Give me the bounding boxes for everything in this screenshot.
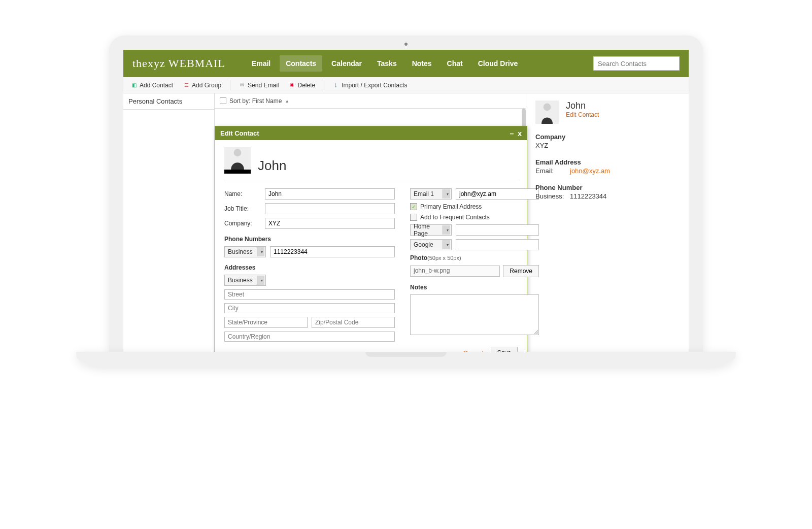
frequent-contacts-checkbox[interactable]: [410, 214, 417, 221]
phone-type-select[interactable]: Business▾: [224, 246, 266, 257]
sort-ascending-icon: ▲: [285, 98, 289, 104]
detail-phone-value: 1112223344: [570, 192, 606, 200]
primary-email-label: Primary Email Address: [420, 203, 482, 210]
send-email-button[interactable]: ✉ Send Email: [235, 80, 282, 90]
name-field[interactable]: [265, 188, 395, 200]
nav: Email Contacts Calendar Tasks Notes Chat…: [246, 55, 524, 72]
svg-point-1: [544, 104, 551, 111]
add-contact-label: Add Contact: [140, 82, 173, 89]
import-icon: ⭳: [332, 82, 340, 89]
search-input[interactable]: [593, 56, 680, 71]
contact-display-name: John: [258, 158, 286, 174]
detail-phone-section: Phone Number: [535, 184, 682, 191]
photo-hint: (50px x 50px): [427, 255, 461, 261]
send-email-label: Send Email: [248, 82, 279, 89]
phone-value-field[interactable]: [270, 246, 395, 257]
detail-email-section: Email Address: [535, 158, 682, 166]
delete-icon: ✖: [288, 82, 295, 89]
street-field[interactable]: [224, 289, 395, 300]
nav-contacts[interactable]: Contacts: [280, 55, 322, 72]
name-label: Name:: [224, 190, 261, 197]
detail-company-value: XYZ: [535, 142, 682, 149]
company-label: Company:: [224, 220, 261, 227]
personal-contacts-header[interactable]: Personal Contacts: [123, 93, 214, 110]
edit-contact-modal: Edit Contact – x John: [215, 126, 527, 352]
web-type-2-select[interactable]: Google▾: [410, 239, 452, 250]
job-title-field[interactable]: [265, 203, 395, 214]
detail-company-label: Company: [535, 133, 682, 141]
edit-contact-link[interactable]: Edit Contact: [566, 111, 599, 118]
close-button[interactable]: x: [518, 130, 522, 137]
contact-list-panel: Sort by: First Name ▲ Edit Contact – x: [215, 93, 526, 352]
photo-file-field[interactable]: john_b-w.png: [410, 266, 500, 277]
toolbar-separator: [324, 80, 324, 90]
nav-cloud-drive[interactable]: Cloud Drive: [472, 55, 524, 72]
import-export-label: Import / Export Contacts: [342, 82, 407, 89]
city-field[interactable]: [224, 303, 395, 313]
primary-email-checkbox[interactable]: ✓: [410, 203, 417, 210]
company-field[interactable]: [265, 218, 395, 229]
nav-notes[interactable]: Notes: [406, 55, 438, 72]
job-title-label: Job Title:: [224, 205, 261, 212]
address-type-select[interactable]: Business▾: [224, 275, 266, 286]
state-field[interactable]: [224, 317, 308, 328]
zip-field[interactable]: [312, 317, 395, 328]
nav-chat[interactable]: Chat: [441, 55, 469, 72]
detail-phone-label: Business:: [535, 192, 566, 200]
add-contact-icon: ◧: [130, 82, 138, 89]
select-all-checkbox[interactable]: [220, 97, 226, 104]
country-field[interactable]: [224, 332, 395, 342]
detail-email-value[interactable]: john@xyz.am: [570, 167, 610, 175]
delete-button[interactable]: ✖ Delete: [285, 80, 319, 90]
minimize-button[interactable]: –: [510, 130, 514, 137]
modal-titlebar[interactable]: Edit Contact – x: [215, 126, 527, 140]
phone-numbers-heading: Phone Numbers: [224, 236, 395, 243]
nav-calendar[interactable]: Calendar: [325, 55, 368, 72]
left-panel: Personal Contacts: [123, 93, 215, 352]
notes-field[interactable]: [410, 294, 539, 335]
web-type-1-select[interactable]: Home Page▾: [410, 224, 452, 236]
nav-email[interactable]: Email: [246, 55, 277, 72]
toolbar-separator: [230, 80, 230, 90]
detail-avatar: [535, 101, 559, 124]
detail-name: John: [566, 101, 599, 111]
contact-detail-panel: John Edit Contact Company XYZ Email Addr…: [526, 93, 689, 352]
svg-point-0: [234, 149, 242, 157]
delete-label: Delete: [297, 82, 315, 89]
photo-heading: Photo: [410, 254, 427, 261]
frequent-contacts-label: Add to Frequent Contacts: [420, 214, 490, 221]
mail-icon: ✉: [239, 82, 246, 89]
addresses-heading: Addresses: [224, 264, 395, 271]
nav-tasks[interactable]: Tasks: [371, 55, 403, 72]
add-contact-button[interactable]: ◧ Add Contact: [127, 80, 177, 90]
add-group-button[interactable]: ☰ Add Group: [180, 80, 225, 90]
toolbar: ◧ Add Contact ☰ Add Group ✉ Send Email ✖…: [123, 77, 689, 93]
app-logo: thexyz WEBMAIL: [132, 57, 225, 70]
sort-bar[interactable]: Sort by: First Name ▲: [215, 93, 526, 109]
modal-title: Edit Contact: [220, 129, 259, 137]
notes-heading: Notes: [410, 284, 539, 291]
add-group-icon: ☰: [183, 82, 190, 89]
email-type-select[interactable]: Email 1▾: [410, 188, 452, 200]
add-group-label: Add Group: [192, 82, 221, 89]
contact-avatar: [224, 147, 251, 174]
save-button[interactable]: Save: [491, 347, 518, 352]
detail-email-label: Email:: [535, 167, 566, 175]
topbar: thexyz WEBMAIL Email Contacts Calendar T…: [123, 50, 689, 77]
import-export-button[interactable]: ⭳ Import / Export Contacts: [329, 80, 411, 90]
sort-label: Sort by: First Name: [229, 97, 282, 105]
